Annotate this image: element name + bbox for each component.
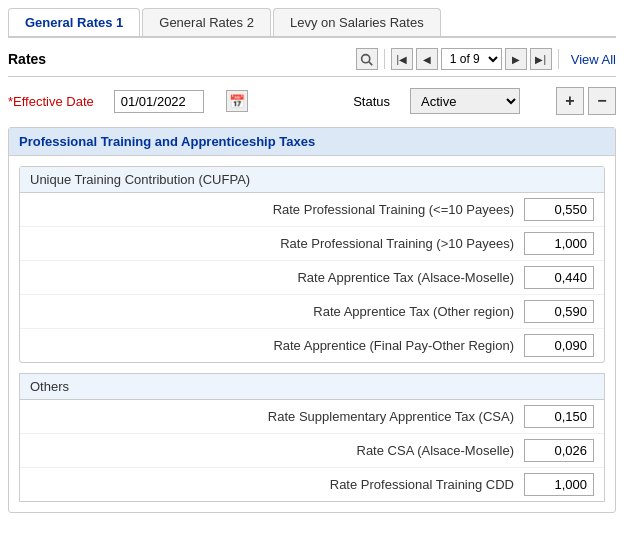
table-row: Rate Professional Training CDD (20, 468, 604, 501)
nav-controls: |◀ ◀ 1 of 9 ▶ ▶| View All (356, 48, 616, 70)
table-row: Rate Apprentice Tax (Other region) (20, 295, 604, 329)
others-body: Rate Supplementary Apprentice Tax (CSA) … (19, 399, 605, 502)
add-button[interactable]: + (556, 87, 584, 115)
rate-input[interactable] (524, 405, 594, 428)
search-button[interactable] (356, 48, 378, 70)
row-label: Rate Professional Training CDD (30, 477, 514, 492)
tab-general-rates-1[interactable]: General Rates 1 (8, 8, 140, 38)
view-all-link[interactable]: View All (571, 52, 616, 67)
next-page-button[interactable]: ▶ (505, 48, 527, 70)
row-label: Rate Professional Training (>10 Payees) (30, 236, 514, 251)
table-row: Rate Professional Training (>10 Payees) (20, 227, 604, 261)
row-label: Rate Supplementary Apprentice Tax (CSA) (30, 409, 514, 424)
content-area: Professional Training and Apprenticeship… (8, 127, 616, 513)
table-row: Rate Supplementary Apprentice Tax (CSA) (20, 400, 604, 434)
effective-date-input[interactable] (114, 90, 204, 113)
divider-2 (558, 49, 559, 69)
effective-date-row: *Effective Date 📅 Status Active Inactive… (8, 87, 616, 115)
table-row: Rate Professional Training (<=10 Payees) (20, 193, 604, 227)
page-select[interactable]: 1 of 9 (441, 48, 502, 70)
rate-input[interactable] (524, 439, 594, 462)
rate-input[interactable] (524, 198, 594, 221)
last-page-button[interactable]: ▶| (530, 48, 552, 70)
table-row: Rate Apprentice Tax (Alsace-Moselle) (20, 261, 604, 295)
row-label: Rate CSA (Alsace-Moselle) (30, 443, 514, 458)
rates-header: Rates |◀ ◀ 1 of 9 ▶ ▶| View All (8, 48, 616, 77)
remove-button[interactable]: − (588, 87, 616, 115)
row-label: Rate Apprentice Tax (Alsace-Moselle) (30, 270, 514, 285)
cufpa-header: Unique Training Contribution (CUFPA) (20, 167, 604, 193)
add-remove-buttons: + − (556, 87, 616, 115)
status-label: Status (353, 94, 390, 109)
search-icon (360, 53, 373, 66)
main-section-header: Professional Training and Apprenticeship… (9, 128, 615, 156)
calendar-icon[interactable]: 📅 (226, 90, 248, 112)
prev-page-button[interactable]: ◀ (416, 48, 438, 70)
row-label: Rate Apprentice Tax (Other region) (30, 304, 514, 319)
table-row: Rate Apprentice (Final Pay-Other Region) (20, 329, 604, 362)
tabs-container: General Rates 1 General Rates 2 Levy on … (8, 8, 616, 38)
rates-title: Rates (8, 51, 46, 67)
row-label: Rate Apprentice (Final Pay-Other Region) (30, 338, 514, 353)
others-header: Others (19, 373, 605, 399)
others-subsection: Others Rate Supplementary Apprentice Tax… (19, 373, 605, 502)
rate-input[interactable] (524, 334, 594, 357)
divider-1 (384, 49, 385, 69)
rate-input[interactable] (524, 473, 594, 496)
rate-input[interactable] (524, 266, 594, 289)
status-select[interactable]: Active Inactive (410, 88, 520, 114)
effective-date-label: *Effective Date (8, 94, 94, 109)
table-row: Rate CSA (Alsace-Moselle) (20, 434, 604, 468)
cufpa-subsection: Unique Training Contribution (CUFPA) Rat… (19, 166, 605, 363)
svg-point-0 (362, 54, 370, 62)
first-page-button[interactable]: |◀ (391, 48, 413, 70)
rate-input[interactable] (524, 300, 594, 323)
tab-general-rates-2[interactable]: General Rates 2 (142, 8, 271, 36)
svg-line-1 (369, 61, 372, 64)
row-label: Rate Professional Training (<=10 Payees) (30, 202, 514, 217)
tab-levy-salaries[interactable]: Levy on Salaries Rates (273, 8, 441, 36)
rate-input[interactable] (524, 232, 594, 255)
